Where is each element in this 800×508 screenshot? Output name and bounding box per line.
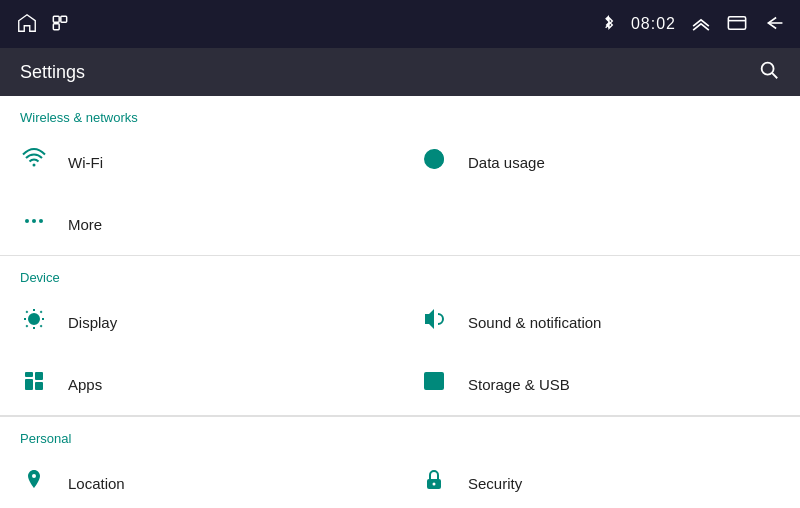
svg-point-12: [39, 219, 43, 223]
device-grid-2: Apps Storage & USB: [0, 353, 800, 416]
display-label: Display: [68, 314, 117, 331]
more-label: More: [68, 216, 102, 233]
security-icon: [420, 468, 448, 498]
svg-point-11: [32, 219, 36, 223]
sound-icon: [420, 307, 448, 337]
settings-item-location[interactable]: Location: [0, 452, 400, 508]
back-icon[interactable]: [762, 14, 784, 35]
svg-rect-23: [35, 372, 43, 380]
search-icon[interactable]: [758, 59, 780, 86]
data-usage-icon: [420, 147, 448, 177]
security-label: Security: [468, 475, 522, 492]
svg-point-10: [25, 219, 29, 223]
settings-item-apps[interactable]: Apps: [0, 353, 400, 415]
display-icon: [20, 307, 48, 337]
svg-rect-25: [25, 372, 33, 377]
svg-rect-0: [53, 16, 59, 22]
settings-header: Settings: [0, 48, 800, 96]
sound-label: Sound & notification: [468, 314, 601, 331]
svg-rect-24: [35, 382, 43, 390]
settings-item-storage[interactable]: Storage & USB: [400, 353, 800, 415]
svg-rect-2: [53, 23, 59, 29]
storage-label: Storage & USB: [468, 376, 570, 393]
data-usage-label: Data usage: [468, 154, 545, 171]
svg-line-18: [26, 311, 27, 312]
svg-point-6: [762, 62, 774, 74]
svg-line-20: [26, 325, 27, 326]
settings-title: Settings: [20, 62, 85, 83]
section-label-wireless: Wireless & networks: [0, 96, 800, 131]
svg-line-7: [772, 73, 777, 78]
device-grid: Display Sound & notification: [0, 291, 800, 353]
svg-point-8: [33, 164, 36, 167]
section-label-personal: Personal: [0, 417, 800, 452]
status-bar: 08:02: [0, 0, 800, 48]
apps-icon: [20, 369, 48, 399]
more-icon: [20, 209, 48, 239]
svg-rect-1: [61, 16, 67, 22]
settings-item-more[interactable]: More: [0, 193, 800, 256]
settings-item-sound[interactable]: Sound & notification: [400, 291, 800, 353]
window-icon: [726, 14, 748, 35]
bluetooth-icon: [601, 13, 617, 36]
status-time: 08:02: [631, 15, 676, 33]
svg-point-13: [29, 314, 39, 324]
wifi-icon: [20, 147, 48, 177]
settings-item-data-usage[interactable]: Data usage: [400, 131, 800, 193]
wireless-grid: Wi-Fi Data usage: [0, 131, 800, 193]
settings-content: Wireless & networks Wi-Fi Da: [0, 96, 800, 508]
status-bar-right: 08:02: [601, 13, 784, 36]
settings-item-wifi[interactable]: Wi-Fi: [0, 131, 400, 193]
storage-icon: [420, 369, 448, 399]
svg-line-19: [40, 325, 41, 326]
svg-line-21: [40, 311, 41, 312]
wifi-label: Wi-Fi: [68, 154, 103, 171]
personal-grid: Location Security: [0, 452, 800, 508]
home-icon: [16, 12, 38, 37]
settings-item-security[interactable]: Security: [400, 452, 800, 508]
apps-label: Apps: [68, 376, 102, 393]
svg-rect-3: [728, 16, 745, 29]
location-icon: [20, 468, 48, 498]
recents-icon: [50, 13, 70, 36]
svg-rect-30: [425, 373, 443, 389]
settings-item-display[interactable]: Display: [0, 291, 400, 353]
expand-icon: [690, 14, 712, 35]
svg-rect-22: [25, 379, 33, 390]
section-label-device: Device: [0, 256, 800, 291]
status-bar-left: [16, 12, 70, 37]
svg-point-32: [433, 483, 436, 486]
location-label: Location: [68, 475, 125, 492]
